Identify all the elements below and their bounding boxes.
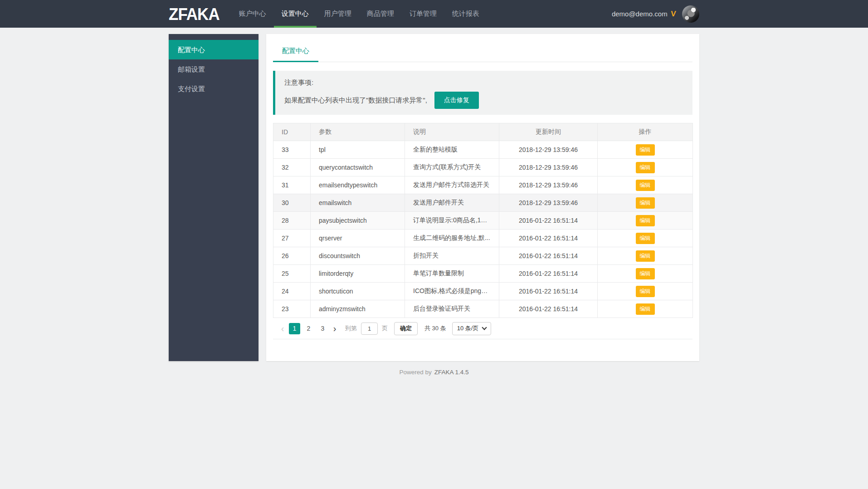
goto-page-input[interactable] xyxy=(361,323,378,335)
cell-id: 26 xyxy=(273,247,311,265)
page-size-value: 10 条/页 xyxy=(457,324,479,333)
cell-actions: 编辑 xyxy=(598,247,693,265)
main-nav: 账户中心设置中心用户管理商品管理订单管理统计报表 xyxy=(231,0,487,28)
nav-item-商品管理[interactable]: 商品管理 xyxy=(359,0,402,28)
header-id: ID xyxy=(273,123,311,141)
cell-desc: 折扣开关 xyxy=(405,247,499,265)
nav-item-统计报表[interactable]: 统计报表 xyxy=(444,0,487,28)
cell-actions: 编辑 xyxy=(598,230,693,247)
cell-actions: 编辑 xyxy=(598,265,693,283)
cell-desc: 发送用户邮件开关 xyxy=(405,194,499,212)
cell-desc: ICO图标,格式必须是png或... xyxy=(405,283,499,300)
edit-button[interactable]: 编辑 xyxy=(636,250,655,262)
cell-actions: 编辑 xyxy=(598,300,693,318)
cell-param: tpl xyxy=(311,141,405,159)
cell-param: shortcuticon xyxy=(311,283,405,300)
cell-param: discountswitch xyxy=(311,247,405,265)
cell-time: 2016-01-22 16:51:14 xyxy=(499,283,598,300)
cell-param: limitorderqty xyxy=(311,265,405,283)
brand-logo[interactable]: ZFAKA xyxy=(169,0,219,28)
cell-param: emailswitch xyxy=(311,194,405,212)
cell-id: 30 xyxy=(273,194,311,212)
cell-id: 32 xyxy=(273,159,311,176)
goto-confirm-button[interactable]: 确定 xyxy=(394,322,418,335)
brand-version-link[interactable]: ZFAKA 1.4.5 xyxy=(434,369,469,376)
cell-time: 2016-01-22 16:51:14 xyxy=(499,265,598,283)
page-number-3[interactable]: 3 xyxy=(317,323,328,334)
table-row: 30emailswitch发送用户邮件开关2018-12-29 13:59:46… xyxy=(273,194,693,212)
table-row: 27qrserver生成二维码的服务地址,默...2016-01-22 16:5… xyxy=(273,230,693,247)
cell-id: 25 xyxy=(273,265,311,283)
cell-time: 2018-12-29 13:59:46 xyxy=(499,194,598,212)
cell-time: 2016-01-22 16:51:14 xyxy=(499,230,598,247)
fix-button[interactable]: 点击修复 xyxy=(434,92,479,109)
cell-desc: 单笔订单数量限制 xyxy=(405,265,499,283)
edit-button[interactable]: 编辑 xyxy=(636,180,655,191)
page-number-1[interactable]: 1 xyxy=(289,323,300,334)
cell-param: emailsendtypeswitch xyxy=(311,176,405,194)
edit-button[interactable]: 编辑 xyxy=(636,197,655,209)
cell-time: 2016-01-22 16:51:14 xyxy=(499,247,598,265)
header-desc: 说明 xyxy=(405,123,499,141)
edit-button[interactable]: 编辑 xyxy=(636,144,655,156)
cell-actions: 编辑 xyxy=(598,212,693,230)
cell-desc: 订单说明显示:0商品名,1订... xyxy=(405,212,499,230)
chevron-down-icon xyxy=(482,325,487,330)
cell-desc: 生成二维码的服务地址,默... xyxy=(405,230,499,247)
cell-id: 27 xyxy=(273,230,311,247)
table-row: 24shortcuticonICO图标,格式必须是png或...2016-01-… xyxy=(273,283,693,300)
cell-id: 24 xyxy=(273,283,311,300)
edit-button[interactable]: 编辑 xyxy=(636,162,655,173)
cell-desc: 全新的整站模版 xyxy=(405,141,499,159)
tab-config-center[interactable]: 配置中心 xyxy=(273,41,318,62)
nav-item-订单管理[interactable]: 订单管理 xyxy=(402,0,444,28)
top-navbar: ZFAKA 账户中心设置中心用户管理商品管理订单管理统计报表 demo@demo… xyxy=(0,0,868,28)
cell-actions: 编辑 xyxy=(598,141,693,159)
cell-param: qrserver xyxy=(311,230,405,247)
notice-title: 注意事项: xyxy=(284,78,683,87)
table-header-row: ID 参数 说明 更新时间 操作 xyxy=(273,123,693,141)
notice-box: 注意事项: 如果配置中心列表中出现了"数据接口请求异常", 点击修复 xyxy=(273,71,692,115)
cell-param: adminyzmswitch xyxy=(311,300,405,318)
cell-param: querycontactswitch xyxy=(311,159,405,176)
config-table: ID 参数 说明 更新时间 操作 33tpl全新的整站模版2018-12-29 … xyxy=(273,123,693,318)
content-card: 配置中心 注意事项: 如果配置中心列表中出现了"数据接口请求异常", 点击修复 … xyxy=(266,34,699,361)
cell-id: 33 xyxy=(273,141,311,159)
avatar[interactable] xyxy=(682,5,699,23)
powered-by-label: Powered by xyxy=(399,369,431,376)
cell-actions: 编辑 xyxy=(598,283,693,300)
cell-desc: 发送用户邮件方式筛选开关 xyxy=(405,176,499,194)
pagination: ‹ 123 › 到第 页 确定 共 30 条 10 条/页 xyxy=(273,318,692,339)
header-time: 更新时间 xyxy=(499,123,598,141)
page-prev-icon[interactable]: ‹ xyxy=(278,323,288,333)
edit-button[interactable]: 编辑 xyxy=(636,268,655,279)
cell-desc: 后台登录验证码开关 xyxy=(405,300,499,318)
sidebar-item-配置中心[interactable]: 配置中心 xyxy=(169,40,258,59)
sidebar-item-邮箱设置[interactable]: 邮箱设置 xyxy=(169,59,258,79)
edit-button[interactable]: 编辑 xyxy=(636,303,655,315)
nav-item-用户管理[interactable]: 用户管理 xyxy=(317,0,359,28)
cell-actions: 编辑 xyxy=(598,159,693,176)
page-next-icon[interactable]: › xyxy=(330,323,340,333)
table-row: 28paysubjectswitch订单说明显示:0商品名,1订...2016-… xyxy=(273,212,693,230)
page-size-select[interactable]: 10 条/页 xyxy=(452,322,492,335)
goto-label: 到第 xyxy=(345,324,357,333)
tab-bar: 配置中心 xyxy=(273,41,692,62)
nav-item-账户中心[interactable]: 账户中心 xyxy=(231,0,274,28)
sidebar-item-支付设置[interactable]: 支付设置 xyxy=(169,79,258,98)
nav-item-设置中心[interactable]: 设置中心 xyxy=(274,0,317,28)
cell-time: 2016-01-22 16:51:14 xyxy=(499,212,598,230)
page-number-2[interactable]: 2 xyxy=(303,323,314,334)
cell-id: 28 xyxy=(273,212,311,230)
edit-button[interactable]: 编辑 xyxy=(636,233,655,244)
edit-button[interactable]: 编辑 xyxy=(636,286,655,297)
user-menu[interactable]: demo@demo.com V xyxy=(612,5,699,23)
table-row: 26discountswitch折扣开关2016-01-22 16:51:14编… xyxy=(273,247,693,265)
page-numbers: 123 xyxy=(288,323,330,334)
sidebar: 配置中心邮箱设置支付设置 xyxy=(169,34,258,361)
footer: Powered byZFAKA 1.4.5 xyxy=(169,369,699,376)
table-row: 32querycontactswitch查询方式(联系方式)开关2018-12-… xyxy=(273,159,693,176)
cell-id: 31 xyxy=(273,176,311,194)
edit-button[interactable]: 编辑 xyxy=(636,215,655,226)
cell-desc: 查询方式(联系方式)开关 xyxy=(405,159,499,176)
